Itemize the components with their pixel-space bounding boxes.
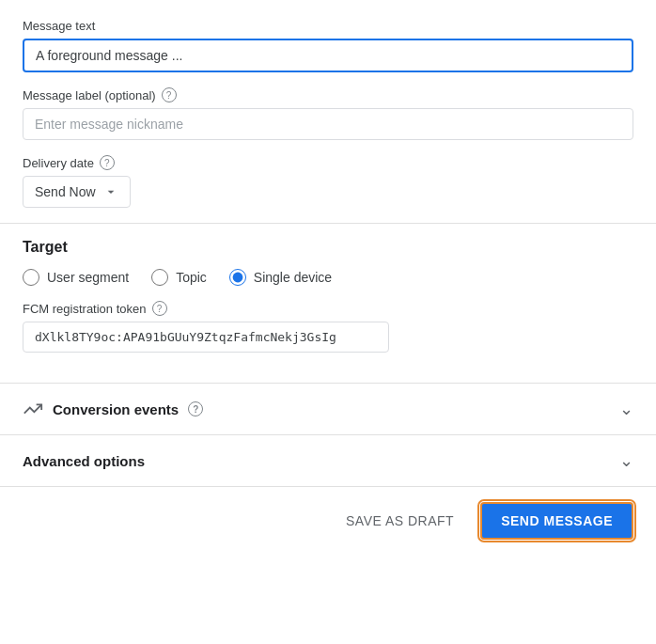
radio-option-user-segment[interactable]: User segment [23, 269, 129, 286]
message-text-input[interactable] [23, 39, 633, 72]
message-label-help-icon[interactable]: ? [162, 87, 177, 102]
delivery-date-help-icon[interactable]: ? [100, 155, 115, 170]
conversion-events-help-icon[interactable]: ? [188, 401, 203, 416]
message-label-input[interactable] [23, 108, 633, 140]
advanced-options-chevron-icon: ⌄ [619, 450, 633, 471]
radio-user-segment[interactable] [23, 269, 39, 286]
message-label-group: Message label (optional) ? [23, 87, 633, 140]
radio-topic-label: Topic [176, 270, 207, 285]
target-section: Target User segment Topic Single device … [0, 223, 656, 383]
fcm-token-group: FCM registration token ? [23, 301, 633, 353]
message-text-label: Message text [23, 19, 633, 33]
radio-option-single-device[interactable]: Single device [229, 269, 332, 286]
radio-topic[interactable] [151, 269, 168, 286]
radio-single-device-label: Single device [254, 270, 332, 285]
advanced-options-title: Advanced options [23, 453, 145, 469]
message-label-label: Message label (optional) ? [23, 87, 633, 102]
radio-single-device[interactable] [229, 269, 246, 286]
target-title: Target [23, 239, 633, 256]
fcm-token-help-icon[interactable]: ? [152, 301, 167, 316]
send-message-button[interactable]: SEND MESSAGE [480, 502, 633, 540]
conversion-events-chevron-icon: ⌄ [619, 399, 633, 419]
chevron-down-icon [103, 184, 118, 199]
delivery-date-group: Delivery date ? Send Now [23, 155, 633, 208]
message-text-group: Message text [23, 19, 633, 72]
radio-user-segment-label: User segment [47, 270, 129, 285]
save-draft-button[interactable]: SAVE AS DRAFT [335, 506, 465, 536]
advanced-options-section[interactable]: Advanced options ⌄ [0, 434, 656, 486]
radio-option-topic[interactable]: Topic [151, 269, 207, 286]
conversion-events-title: Conversion events ? [23, 399, 203, 419]
fcm-token-label: FCM registration token ? [23, 301, 633, 316]
delivery-date-label: Delivery date ? [23, 155, 633, 170]
target-radio-group: User segment Topic Single device [23, 269, 633, 286]
delivery-date-dropdown[interactable]: Send Now [23, 176, 131, 208]
fcm-token-input[interactable] [23, 322, 389, 353]
conversion-events-icon [23, 399, 43, 419]
conversion-events-section[interactable]: Conversion events ? ⌄ [0, 383, 656, 434]
footer: SAVE AS DRAFT SEND MESSAGE [0, 486, 656, 555]
